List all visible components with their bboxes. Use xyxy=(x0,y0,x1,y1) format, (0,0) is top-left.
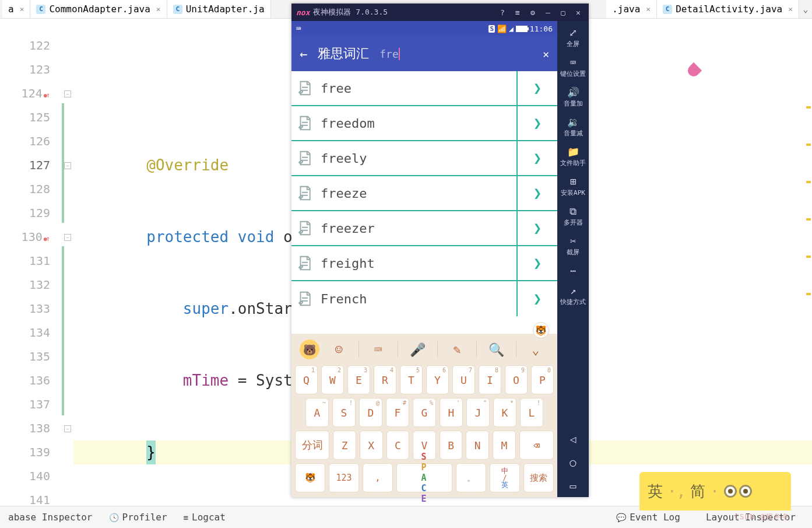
word-list[interactable]: free ❯ freedom ❯ freely ❯ freeze ❯ freez… xyxy=(291,71,557,316)
android-home-icon[interactable]: ◯ xyxy=(570,456,577,468)
tab-commonadapter[interactable]: C CommonAdapter.java × xyxy=(30,0,167,18)
tab-a[interactable]: a × xyxy=(2,0,30,18)
key-h[interactable]: 'H xyxy=(440,398,463,427)
sidebar-more[interactable]: ⋯ xyxy=(570,265,576,277)
minimize-icon[interactable]: — xyxy=(542,8,554,17)
search-key[interactable]: 搜索 xyxy=(523,463,554,492)
key-a[interactable]: ~A xyxy=(305,398,329,427)
database-inspector-button[interactable]: abase Inspector xyxy=(0,512,101,523)
list-item[interactable]: freedom ❯ xyxy=(291,106,557,141)
key-n[interactable]: N xyxy=(466,431,489,460)
key-e[interactable]: 3E xyxy=(347,365,370,394)
key-i[interactable]: 8I xyxy=(479,365,501,394)
chevron-right-icon[interactable]: ❯ xyxy=(516,106,557,140)
sogou-logo-key[interactable]: 🐯 xyxy=(295,463,325,492)
segment-key[interactable]: 分词 xyxy=(295,431,329,460)
search-icon[interactable]: 🔍 xyxy=(483,342,509,357)
emulator-titlebar[interactable]: nox 夜神模拟器 7.0.3.5 ? ≡ ⚙ — ▢ ✕ xyxy=(291,4,589,21)
event-log-button[interactable]: 💬Event Log xyxy=(608,512,688,523)
key-w[interactable]: 2W xyxy=(321,365,344,394)
maximize-icon[interactable]: ▢ xyxy=(557,8,569,17)
logcat-button[interactable]: ≡Logcat xyxy=(175,512,234,523)
fold-toggle-icon[interactable]: − xyxy=(64,90,71,97)
voice-input-icon[interactable]: 🎤 xyxy=(404,342,431,357)
sidebar-keymap[interactable]: ⌨键位设置 xyxy=(560,57,586,78)
close-icon[interactable]: × xyxy=(20,5,24,13)
period-key[interactable]: 。 xyxy=(456,463,486,492)
phone-screen[interactable]: ⌨ S 📶 ◢ 11:06 ← 雅思词汇 fre ✕ free ❯ freedo… xyxy=(291,21,557,497)
soft-keyboard[interactable]: 🐯 🐻 ☺ ⌨ 🎤 ✎ 🔍 ⌄ 1Q2W3E4R5T6Y7U8I9O0P ~A!… xyxy=(291,334,557,497)
list-item[interactable]: French ❯ xyxy=(291,281,557,316)
list-item[interactable]: freeze ❯ xyxy=(291,176,557,211)
language-switch-key[interactable]: 中/英 xyxy=(490,463,520,492)
chevron-right-icon[interactable]: ❯ xyxy=(516,246,557,280)
key-d[interactable]: @D xyxy=(359,398,382,427)
key-y[interactable]: 6Y xyxy=(426,365,449,394)
key-p[interactable]: 0P xyxy=(531,365,554,394)
help-icon[interactable]: ? xyxy=(497,8,508,17)
chevron-right-icon[interactable]: ❯ xyxy=(516,211,557,245)
sidebar-multi-instance[interactable]: ⧉多开器 xyxy=(564,205,583,227)
key-x[interactable]: X xyxy=(360,431,383,460)
key-o[interactable]: 9O xyxy=(505,365,528,394)
key-t[interactable]: 5T xyxy=(400,365,423,394)
backspace-key[interactable]: ⌫ xyxy=(519,431,554,460)
fold-toggle-icon[interactable]: − xyxy=(64,234,71,241)
chevron-right-icon[interactable]: ❯ xyxy=(516,71,557,105)
key-s[interactable]: !S xyxy=(332,398,356,427)
keyboard-layout-icon[interactable]: ⌨ xyxy=(365,342,392,357)
fold-toggle-icon[interactable]: − xyxy=(64,425,71,432)
android-back-icon[interactable]: ◁ xyxy=(570,433,577,445)
search-input[interactable]: fre xyxy=(379,48,399,60)
close-icon[interactable]: × xyxy=(156,5,161,13)
collapse-keyboard-icon[interactable]: ⌄ xyxy=(522,342,549,357)
key-j[interactable]: "J xyxy=(466,398,490,427)
list-item[interactable]: free ❯ xyxy=(291,71,557,106)
123-key[interactable]: 123 xyxy=(329,463,359,492)
list-item[interactable]: freely ❯ xyxy=(291,141,557,176)
key-r[interactable]: 4R xyxy=(374,365,396,394)
keyboard-float-icon[interactable]: 🐯 xyxy=(533,322,549,338)
list-item[interactable]: freezer ❯ xyxy=(291,211,557,246)
key-g[interactable]: %G xyxy=(413,398,436,427)
sidebar-file-helper[interactable]: 📁文件助手 xyxy=(560,146,586,167)
override-gutter-icon[interactable] xyxy=(44,83,50,107)
key-z[interactable]: Z xyxy=(333,431,356,460)
key-f[interactable]: #F xyxy=(386,398,409,427)
fold-toggle-icon[interactable]: − xyxy=(64,162,71,169)
key-q[interactable]: 1Q xyxy=(295,365,318,394)
sidebar-install-apk[interactable]: ⊞安装APK xyxy=(561,176,585,197)
sidebar-volume-down[interactable]: 🔉音量减 xyxy=(564,116,583,138)
emoji-icon[interactable]: ☺ xyxy=(325,342,352,357)
key-k[interactable]: *K xyxy=(493,398,516,427)
close-icon[interactable]: × xyxy=(646,5,651,13)
space-key[interactable]: SPACE xyxy=(396,463,452,492)
key-b[interactable]: B xyxy=(440,431,463,460)
profiler-button[interactable]: 🕓Profiler xyxy=(101,512,175,523)
ime-language-widget[interactable]: 英 ·, 简 · xyxy=(639,472,791,510)
error-stripe[interactable] xyxy=(806,106,811,330)
comma-key[interactable]: , xyxy=(363,463,393,492)
tab-unitadapter[interactable]: C UnitAdapter.ja xyxy=(167,0,271,18)
keyboard-mascot-icon[interactable]: 🐻 xyxy=(300,340,319,359)
tab-detailactivity[interactable]: C DetailActivity.java × xyxy=(657,0,799,18)
close-icon[interactable]: ✕ xyxy=(572,8,584,17)
android-recents-icon[interactable]: ▭ xyxy=(570,480,577,492)
key-l[interactable]: !L xyxy=(520,398,543,427)
override-gutter-icon[interactable] xyxy=(44,227,50,251)
list-item[interactable]: freight ❯ xyxy=(291,246,557,281)
tab-java[interactable]: .java × xyxy=(606,0,657,18)
close-icon[interactable]: × xyxy=(788,5,793,13)
sidebar-screenshot[interactable]: ✂截屏 xyxy=(567,235,579,257)
sidebar-fullscreen[interactable]: ⤢全屏 xyxy=(567,27,579,48)
sidebar-shortcut[interactable]: ↗快捷方式 xyxy=(560,285,586,306)
tabs-overflow-dropdown[interactable]: ⌄ xyxy=(799,3,812,16)
gear-icon[interactable]: ⚙ xyxy=(527,8,539,17)
key-c[interactable]: C xyxy=(386,431,410,460)
chevron-right-icon[interactable]: ❯ xyxy=(516,141,557,175)
menu-icon[interactable]: ≡ xyxy=(512,8,523,17)
chevron-right-icon[interactable]: ❯ xyxy=(516,176,557,210)
key-m[interactable]: M xyxy=(493,431,516,460)
handwriting-icon[interactable]: ✎ xyxy=(444,342,470,357)
key-u[interactable]: 7U xyxy=(452,365,475,394)
